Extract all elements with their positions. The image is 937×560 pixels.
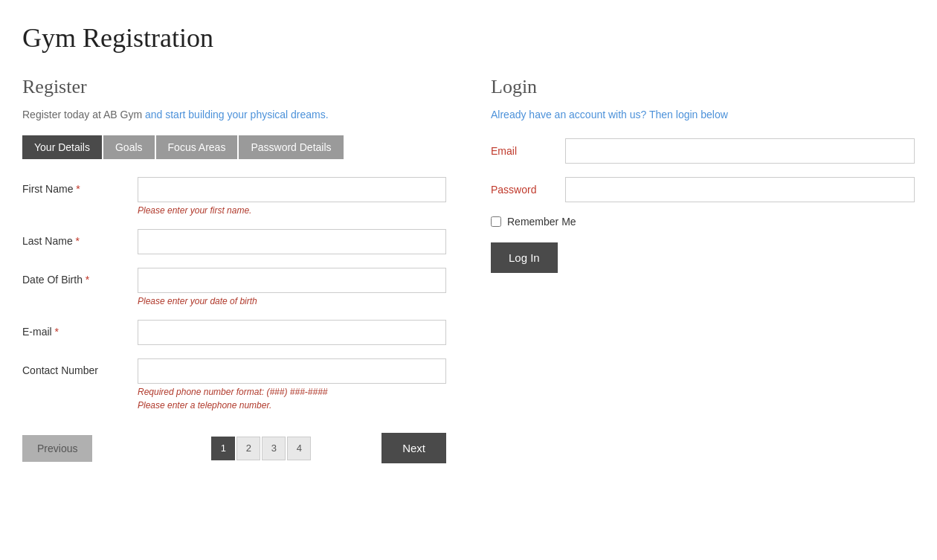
dob-input[interactable]	[138, 268, 446, 293]
register-subtitle-part2: and start building your physical dreams.	[145, 109, 329, 120]
page-indicator-2[interactable]: 2	[236, 437, 260, 460]
page-indicator-4[interactable]: 4	[287, 437, 311, 460]
login-email-input[interactable]	[565, 138, 915, 164]
tab-focus-areas[interactable]: Focus Areas	[156, 135, 238, 159]
tab-your-details[interactable]: Your Details	[22, 135, 102, 159]
register-section: Register Register today at AB Gym and st…	[22, 76, 446, 463]
first-name-wrapper: Please enter your first name.	[138, 177, 446, 216]
contact-number-hint2: Please enter a telephone number.	[138, 400, 446, 411]
last-name-label: Last Name	[22, 229, 138, 247]
page-indicators: 1 2 3 4	[211, 437, 311, 460]
register-subtitle: Register today at AB Gym and start build…	[22, 109, 446, 120]
remember-me-label: Remember Me	[507, 216, 576, 228]
first-name-input[interactable]	[138, 177, 446, 202]
login-button[interactable]: Log In	[491, 242, 558, 273]
page-title: Gym Registration	[22, 15, 915, 54]
next-button[interactable]: Next	[381, 433, 446, 463]
dob-hint: Please enter your date of birth	[138, 296, 446, 306]
login-subtitle: Already have an account with us? Then lo…	[491, 109, 915, 120]
previous-button[interactable]: Previous	[22, 435, 92, 462]
remember-me-row: Remember Me	[491, 216, 915, 228]
login-password-label: Password	[491, 184, 565, 196]
page-indicator-3[interactable]: 3	[262, 437, 286, 460]
navigation-row: Previous 1 2 3 4 Next	[22, 433, 446, 463]
email-wrapper	[138, 320, 446, 345]
first-name-hint: Please enter your first name.	[138, 205, 446, 216]
page-indicator-1[interactable]: 1	[211, 437, 235, 460]
first-name-label: First Name	[22, 177, 138, 195]
dob-wrapper: Please enter your date of birth	[138, 268, 446, 306]
dob-row: Date Of Birth Please enter your date of …	[22, 268, 446, 306]
register-section-title: Register	[22, 76, 446, 98]
last-name-row: Last Name	[22, 229, 446, 254]
remember-me-checkbox[interactable]	[491, 216, 501, 227]
register-subtitle-part1: Register today at AB Gym	[22, 109, 145, 120]
first-name-row: First Name Please enter your first name.	[22, 177, 446, 216]
contact-number-row: Contact Number Required phone number for…	[22, 358, 446, 411]
last-name-input[interactable]	[138, 229, 446, 254]
registration-form: First Name Please enter your first name.…	[22, 177, 446, 411]
email-input[interactable]	[138, 320, 446, 345]
login-password-input[interactable]	[565, 177, 915, 202]
email-row: E-mail	[22, 320, 446, 345]
contact-number-input[interactable]	[138, 358, 446, 384]
contact-number-wrapper: Required phone number format: (###) ###-…	[138, 358, 446, 411]
email-label: E-mail	[22, 320, 138, 338]
tab-password-details[interactable]: Password Details	[239, 135, 343, 159]
login-section-title: Login	[491, 76, 915, 98]
dob-label: Date Of Birth	[22, 268, 138, 286]
login-password-row: Password	[491, 177, 915, 202]
login-section: Login Already have an account with us? T…	[491, 76, 915, 463]
login-email-label: Email	[491, 145, 565, 157]
tab-goals[interactable]: Goals	[103, 135, 155, 159]
last-name-wrapper	[138, 229, 446, 254]
contact-number-label: Contact Number	[22, 358, 138, 376]
contact-number-hint1: Required phone number format: (###) ###-…	[138, 387, 446, 397]
registration-tabs: Your Details Goals Focus Areas Password …	[22, 135, 446, 159]
login-email-row: Email	[491, 138, 915, 164]
login-subtitle-text: Already have an account with us? Then lo…	[491, 109, 728, 120]
